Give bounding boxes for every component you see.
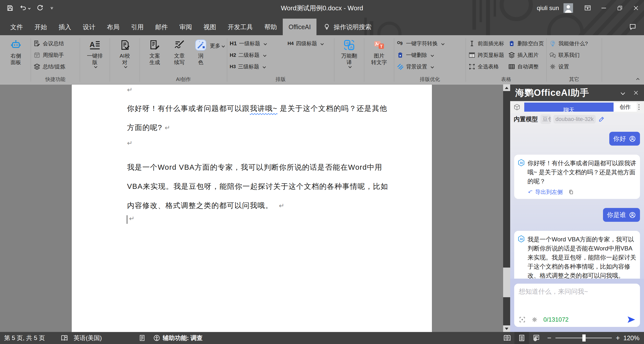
panel-collapse-button[interactable] [620, 91, 624, 94]
tab-help[interactable]: 帮助 [259, 19, 283, 35]
dropdown-icon [431, 65, 434, 68]
close-button[interactable] [628, 0, 644, 16]
continue-writing-button[interactable]: 文章 续写 [167, 37, 192, 65]
autofit-button[interactable]: 自动调整 [508, 62, 544, 71]
delete-blank-page-button[interactable]: 删除空白页 [508, 39, 544, 48]
collapse-ribbon-button[interactable] [635, 77, 639, 81]
dropdown-icon [263, 54, 266, 57]
heading2-button[interactable]: H2二级标题 [230, 51, 288, 59]
heading3-button[interactable]: H3三级标题 [230, 62, 288, 71]
gear-icon[interactable] [531, 316, 538, 323]
tab-design[interactable]: 设计 [77, 19, 101, 35]
calendar-icon [33, 52, 41, 59]
macro-recording-button[interactable] [139, 334, 146, 341]
tell-me-search[interactable]: 操作说明搜索 [323, 19, 371, 35]
vertical-scrollbar[interactable] [503, 84, 510, 332]
panel-close-button[interactable] [633, 90, 639, 96]
panel-title: 海鹦OfficeAI助手 [515, 87, 589, 99]
copy-icon[interactable] [568, 189, 574, 195]
cube-icon[interactable] [513, 103, 521, 111]
account-name[interactable]: qiuli sun [537, 5, 559, 12]
scroll-up-button[interactable] [503, 84, 510, 91]
repeat-header-button[interactable]: 跨页显标题 [468, 51, 504, 59]
copywriting-button[interactable]: 文案 生成 [142, 37, 167, 65]
heading4-button[interactable]: H4四级标题 [288, 39, 332, 48]
group-separator [227, 38, 227, 82]
polish-button[interactable]: 润 色 [192, 37, 210, 65]
settings-button[interactable]: 设置 [549, 62, 588, 71]
restore-button[interactable] [612, 0, 628, 16]
heading1-button[interactable]: H1一级标题 [230, 39, 288, 48]
tab-layout[interactable]: 布局 [101, 19, 125, 35]
zoom-track[interactable] [555, 338, 612, 338]
meeting-summary-button[interactable]: 会议总结 [33, 39, 65, 48]
tab-insert[interactable]: 插入 [53, 19, 77, 35]
what-can-i-do-label: 我能做什么? [558, 40, 588, 47]
doc-text-line: 内容修改、格式调整之类的都可以问我哦。↵ [127, 201, 284, 211]
summarize-button[interactable]: 总结/提炼 [33, 62, 65, 71]
accessibility-status[interactable]: 辅助功能: 调查 [153, 334, 203, 342]
ribbon-display-options-button[interactable] [580, 0, 596, 16]
panel-menu-button[interactable] [637, 103, 641, 112]
chat-history[interactable]: 你好 你好呀！有什么事或者问题都可以跟我讲哦~ 是关于这个文档的吗？还是其他方面… [510, 125, 644, 279]
page-indicator[interactable]: 第 5 页, 共 5 页 [4, 334, 45, 342]
zoom-out-button[interactable]: − [547, 334, 551, 342]
redo-button[interactable] [36, 5, 43, 12]
one-key-layout-button[interactable]: 一键排 版 [83, 37, 107, 68]
paragraph-mark: ↵ [129, 215, 135, 223]
edit-pencil-icon[interactable] [598, 116, 605, 122]
avatar[interactable] [564, 3, 573, 13]
group-one-key-layout: 一键排 版 [80, 36, 109, 84]
comments-button[interactable] [629, 19, 636, 35]
more-button[interactable]: 更多 [210, 42, 224, 49]
document-area[interactable]: ↵ 你好呀！有什么事或者问题都可以跟我讲哦~ 是关于这个文档的吗？还是其他 方面… [0, 84, 510, 332]
zoom-level[interactable]: 120% [623, 334, 639, 342]
undo-button[interactable] [20, 5, 30, 12]
tab-officeai[interactable]: OfficeAI [283, 19, 316, 35]
proofing-status[interactable] [61, 334, 68, 342]
delete-blank-page-label: 删除空白页 [517, 40, 544, 47]
panel-tab-create[interactable]: 创作 [614, 103, 637, 112]
what-can-i-do-button[interactable]: 我能做什么? [549, 39, 588, 48]
scrollbar-thumb[interactable] [503, 268, 510, 297]
one-key-delete-button[interactable]: 一键删除 [397, 51, 444, 59]
select-table-button[interactable]: 全选表格 [468, 62, 504, 71]
save-button[interactable] [7, 5, 14, 12]
tab-review[interactable]: 审阅 [174, 19, 198, 35]
background-settings-button[interactable]: 背景设置 [397, 62, 444, 71]
translate-button[interactable]: 万能翻 译 [337, 37, 361, 68]
weekly-report-button[interactable]: 周报助手 [33, 51, 65, 59]
minimize-button[interactable] [596, 0, 612, 16]
char-convert-button[interactable]: 一键字符转换 [397, 39, 444, 48]
read-mode-button[interactable] [500, 332, 514, 344]
customize-qat-button[interactable] [49, 6, 54, 11]
export-to-left-link[interactable]: 导出到左侧 [528, 188, 563, 196]
image-to-text-button[interactable]: 图片 转文字 [367, 37, 391, 65]
print-layout-button[interactable] [514, 332, 529, 344]
tab-home[interactable]: 开始 [29, 19, 53, 35]
panel-tab-chat[interactable]: 聊天 [524, 103, 614, 112]
scroll-down-button[interactable] [503, 325, 510, 332]
char-counter: 0/131072 [543, 316, 569, 323]
zoom-slider[interactable]: − + [547, 334, 620, 342]
language-indicator[interactable]: 英语(美国) [74, 334, 102, 342]
send-button[interactable] [627, 315, 635, 324]
insert-image-button[interactable]: 插入图片 [508, 51, 544, 59]
zoom-in-button[interactable]: + [616, 334, 620, 342]
ai-proofread-button[interactable]: AI校 对 [112, 37, 137, 68]
group-headings: H1一级标题 H2二级标题 H3三级标题 H4四级标题 排版 [228, 36, 334, 84]
web-layout-button[interactable] [529, 332, 544, 344]
screenshot-icon[interactable] [519, 316, 526, 323]
insert-cursor-before-button[interactable]: 前面插光标 [468, 39, 504, 48]
tab-references[interactable]: 引用 [125, 19, 149, 35]
tab-developer[interactable]: 开发工具 [222, 19, 259, 35]
side-panel-button[interactable]: 右侧 面板 [4, 37, 28, 65]
chat-input[interactable] [519, 287, 635, 312]
contact-us-button[interactable]: 联系我们 [549, 51, 588, 59]
paragraph-mark: ↵ [165, 124, 170, 132]
tab-view[interactable]: 视图 [198, 19, 222, 35]
document-page[interactable]: ↵ 你好呀！有什么事或者问题都可以跟我讲哦~ 是关于这个文档的吗？还是其他 方面… [72, 84, 432, 332]
tab-mailings[interactable]: 邮件 [149, 19, 174, 35]
zoom-thumb[interactable] [582, 334, 586, 341]
tab-file[interactable]: 文件 [5, 19, 29, 35]
